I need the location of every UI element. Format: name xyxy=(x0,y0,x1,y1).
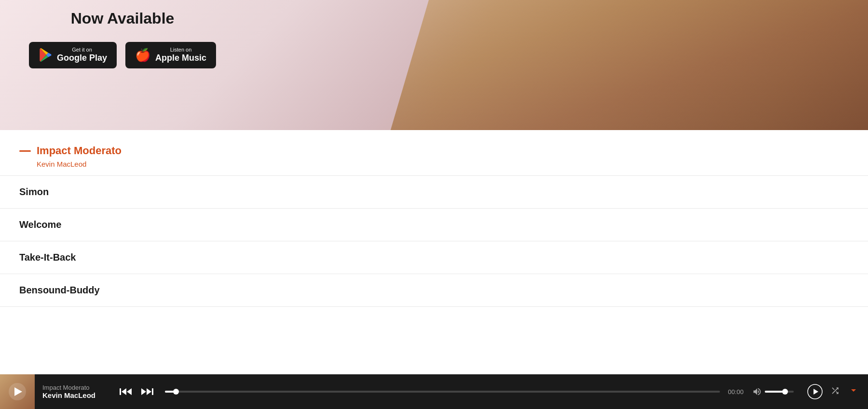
hero-content: Now Available Get it on Google Play 🍎 xyxy=(0,0,245,78)
google-play-text: Get it on Google Play xyxy=(57,47,107,64)
hero-image xyxy=(391,0,868,130)
google-play-button[interactable]: Get it on Google Play xyxy=(29,42,117,68)
track-item[interactable]: Welcome xyxy=(0,209,868,241)
tracklist: Impact Moderato Kevin MacLeod Simon Welc… xyxy=(0,130,868,307)
apple-music-button[interactable]: 🍎 Listen on Apple Music xyxy=(125,42,216,68)
track-name: Simon xyxy=(19,186,49,197)
now-playing-artist: Kevin MacLeod xyxy=(19,160,849,168)
hero-buttons: Get it on Google Play 🍎 Listen on Apple … xyxy=(29,42,216,68)
track-name: Bensound-Buddy xyxy=(19,285,100,295)
track-item[interactable]: Take-It-Back xyxy=(0,241,868,274)
apple-icon: 🍎 xyxy=(135,49,150,61)
apple-music-text: Listen on Apple Music xyxy=(155,47,206,64)
hero-title: Now Available xyxy=(29,10,216,27)
track-item[interactable]: Bensound-Buddy xyxy=(0,274,868,307)
now-playing-label: Impact Moderato xyxy=(19,145,849,157)
hero-section: Now Available Get it on Google Play 🍎 xyxy=(0,0,868,130)
google-play-icon xyxy=(39,48,52,62)
now-playing-title: Impact Moderato xyxy=(37,145,122,157)
track-item[interactable]: Simon xyxy=(0,176,868,209)
now-playing-section: Impact Moderato Kevin MacLeod xyxy=(0,130,868,176)
track-name: Welcome xyxy=(19,219,61,230)
dash-indicator xyxy=(19,150,31,152)
track-name: Take-It-Back xyxy=(19,252,76,263)
